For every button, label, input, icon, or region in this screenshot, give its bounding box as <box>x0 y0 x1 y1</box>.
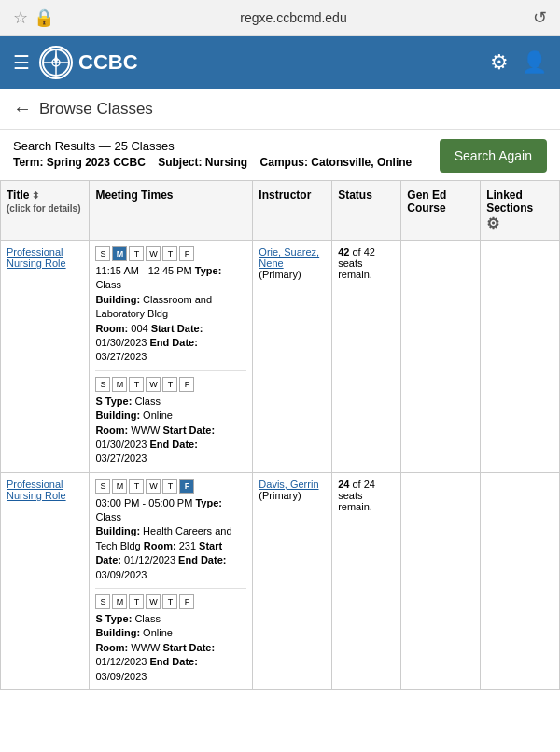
row1-status-cell: 42 of 42 seats remain. <box>332 241 401 473</box>
nav-left: ☰ CCBC <box>13 46 138 79</box>
sort-icon[interactable]: ⬍ <box>32 190 39 201</box>
section-divider-2 <box>95 588 246 589</box>
browser-url: regxe.ccbcmd.edu <box>240 10 346 25</box>
search-again-button[interactable]: Search Again <box>440 139 547 173</box>
row2-instructor-cell: Davis, Gerrin (Primary) <box>253 472 332 689</box>
day-T2: T <box>162 479 177 494</box>
row1-sec1-detail: 11:15 AM - 12:45 PM Type: Class Building… <box>95 264 246 365</box>
day-T4: T <box>162 377 177 392</box>
row2-gened-cell <box>401 472 481 689</box>
meeting-times-label: Meeting Times <box>95 188 173 202</box>
row1-sec1-day-grid: S M T W T F <box>95 246 246 261</box>
row2-sec2-day-grid: S M T W T F <box>95 594 246 609</box>
browser-bar: ☆ 🔒 regxe.ccbcmd.edu ↺ <box>0 0 560 36</box>
row1-title-link[interactable]: Professional Nursing Role <box>7 246 66 269</box>
hamburger-menu[interactable]: ☰ <box>13 51 30 74</box>
row1-title-cell: Professional Nursing Role <box>1 241 90 473</box>
th-meeting-times: Meeting Times <box>90 181 253 241</box>
subject-value: Nursing <box>205 156 247 169</box>
row1-meeting-cell: S M T W T F 11:15 AM - 12:45 PM Type: Cl… <box>90 241 253 473</box>
page-title: Browse Classes <box>39 100 153 118</box>
user-icon[interactable]: 👤 <box>522 50 547 75</box>
row1-sec2-day-grid: S M T W T F <box>95 377 246 392</box>
row1-status: 42 of 42 seats remain. <box>338 246 395 280</box>
day-F: F <box>179 246 194 261</box>
th-status: Status <box>332 181 401 241</box>
lock-icon: 🔒 <box>34 7 54 28</box>
row2-linked-cell <box>481 472 560 689</box>
day-S2: S <box>95 377 110 392</box>
row2-status: 24 of 24 seats remain. <box>338 479 395 512</box>
back-button[interactable]: ← <box>13 98 32 119</box>
day-W: W <box>146 246 161 261</box>
linked-label: Linked <box>486 188 553 202</box>
star-icon: ☆ <box>13 7 28 28</box>
row2-sec1-detail: 03:00 PM - 05:00 PM Type: Class Building… <box>95 496 246 582</box>
instructor-label: Instructor <box>259 188 311 202</box>
sections-label: Sections <box>486 202 553 215</box>
gen-ed-label: Gen Ed Course <box>407 188 446 215</box>
day-F2: F <box>179 594 194 609</box>
result-details: Term: Spring 2023 CCBC Subject: Nursing … <box>13 156 430 169</box>
browser-star-lock: ☆ 🔒 <box>13 7 54 28</box>
row1-instructor-link[interactable]: Orie, Suarez, Nene <box>259 246 319 269</box>
title-header-label: Title <box>7 188 29 202</box>
result-count-value: 25 Classes <box>114 139 174 153</box>
status-label: Status <box>338 188 372 202</box>
day-F: F <box>179 479 194 494</box>
row2-sec1-day-grid: S M T W T F <box>95 479 246 494</box>
term-label: Term: <box>13 156 43 169</box>
ccbc-logo: CCBC <box>39 46 138 79</box>
row2-instructor-type: (Primary) <box>259 490 301 501</box>
day-T1: T <box>129 479 144 494</box>
linked-gear-icon[interactable]: ⚙ <box>486 216 499 231</box>
day-M: M <box>112 479 127 494</box>
day-T2: T <box>162 246 177 261</box>
day-T4: T <box>162 594 177 609</box>
results-table: Title ⬍ (click for details) Meeting Time… <box>0 180 560 690</box>
result-count: Search Results — 25 Classes <box>13 139 430 153</box>
row2-instructor-link[interactable]: Davis, Gerrin <box>259 479 318 490</box>
title-sub-label: (click for details) <box>7 203 83 214</box>
day-W: W <box>146 479 161 494</box>
row1-linked-cell <box>481 241 560 473</box>
result-count-label: Search Results <box>13 139 95 153</box>
table-header-row: Title ⬍ (click for details) Meeting Time… <box>1 181 560 241</box>
reload-button[interactable]: ↺ <box>533 7 547 28</box>
day-S: S <box>95 479 110 494</box>
campus-label: Campus: <box>260 156 308 169</box>
day-S2: S <box>95 594 110 609</box>
th-linked: Linked Sections ⚙ <box>481 181 560 241</box>
settings-icon[interactable]: ⚙ <box>490 50 509 75</box>
row1-gened-cell <box>401 241 481 473</box>
day-T1: T <box>129 246 144 261</box>
row1-instructor-cell: Orie, Suarez, Nene (Primary) <box>253 241 332 473</box>
search-meta: Search Results — 25 Classes Term: Spring… <box>13 139 430 169</box>
day-T3: T <box>129 377 144 392</box>
day-S: S <box>95 246 110 261</box>
svg-marker-4 <box>54 51 58 63</box>
row2-title-link[interactable]: Professional Nursing Role <box>7 479 66 501</box>
day-M2: M <box>112 377 127 392</box>
th-title: Title ⬍ (click for details) <box>1 181 90 241</box>
row2-title-cell: Professional Nursing Role <box>1 472 90 689</box>
table-row: Professional Nursing Role S M T W T F 03… <box>1 472 560 689</box>
nav-bar: ☰ CCBC ⚙ 👤 <box>0 36 560 89</box>
th-instructor: Instructor <box>253 181 332 241</box>
row2-sec2-detail: S Type: Class Building: Online Room: WWW… <box>95 612 246 684</box>
term-value: Spring 2023 CCBC <box>47 156 146 169</box>
row1-instructor-type: (Primary) <box>259 269 301 280</box>
day-F2: F <box>179 377 194 392</box>
day-W2: W <box>146 594 161 609</box>
section-divider <box>95 370 246 371</box>
logo-text: CCBC <box>78 50 138 75</box>
page-header: ← Browse Classes <box>0 89 560 130</box>
row2-meeting-cell: S M T W T F 03:00 PM - 05:00 PM Type: Cl… <box>90 472 253 689</box>
campus-value: Catonsville, Online <box>311 156 412 169</box>
row2-status-count: 24 <box>338 479 349 490</box>
day-T3: T <box>129 594 144 609</box>
row1-sec2-detail: S Type: Class Building: Online Room: WWW… <box>95 395 246 467</box>
day-W2: W <box>146 377 161 392</box>
row2-status-cell: 24 of 24 seats remain. <box>332 472 401 689</box>
nav-right: ⚙ 👤 <box>490 50 547 75</box>
